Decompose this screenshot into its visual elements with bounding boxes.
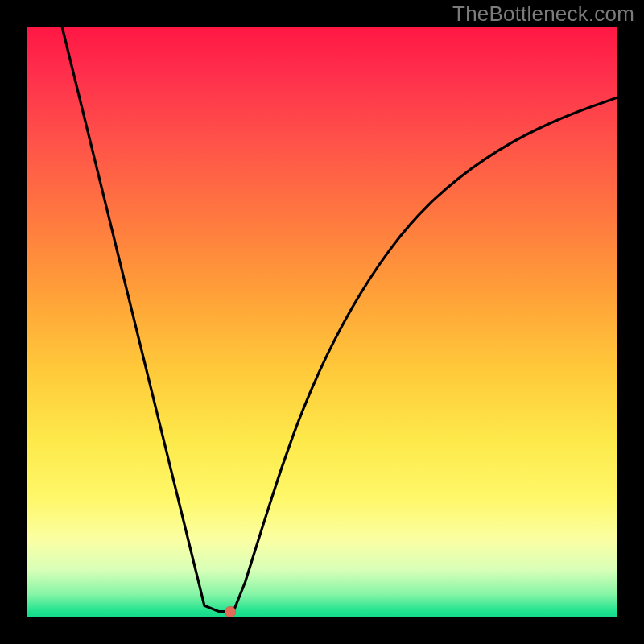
chart-frame: TheBottleneck.com xyxy=(0,0,644,644)
watermark-text: TheBottleneck.com xyxy=(452,2,634,27)
optimum-marker xyxy=(225,606,236,617)
plot-area xyxy=(27,27,617,617)
curve-path xyxy=(62,27,617,612)
curve-svg xyxy=(27,27,617,617)
